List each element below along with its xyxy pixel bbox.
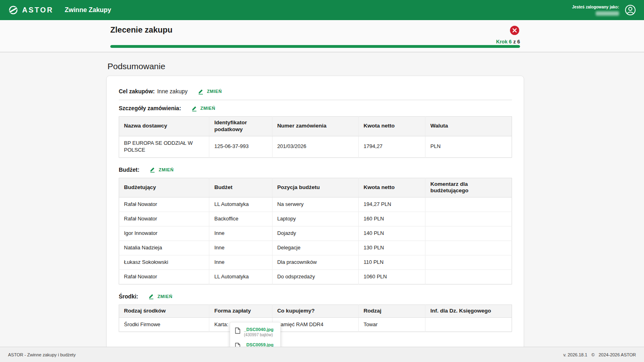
table-cell: 201/03/2026: [272, 136, 359, 157]
table-cell: 1060 PLN: [359, 269, 425, 284]
funds-label: Środki:: [119, 293, 138, 300]
budget-label: Budżet:: [119, 167, 139, 173]
table-cell: [425, 317, 512, 332]
change-button-label: ZMIEŃ: [159, 167, 173, 172]
table-header-row: Nazwa dostawcyIdentyfikator podatkowyNum…: [119, 117, 512, 136]
column-header: Komentarz dla budżetującego: [425, 178, 512, 197]
table-cell: Igor Innowator: [119, 226, 209, 241]
change-purchase-goal-button[interactable]: ZMIEŃ: [198, 88, 222, 95]
table-cell: Towar: [359, 317, 425, 332]
table-cell: 1794,27: [359, 136, 425, 157]
table-cell: Pamięć RAM DDR4: [272, 317, 359, 332]
column-header: Kwota netto: [359, 117, 425, 136]
table-cell: LL Automatyka: [209, 197, 272, 212]
footer-app-name: ASTOR - Zwinne zakupy i budżety: [8, 352, 76, 357]
table-cell: Delegacje: [272, 241, 359, 255]
table-cell: Inne: [209, 241, 272, 255]
change-order-details-button[interactable]: ZMIEŃ: [192, 105, 215, 111]
table-row: Środki FirmoweKarta: Innowator...Pamięć …: [119, 317, 512, 332]
wizard-progress-fill: [110, 45, 520, 48]
table-cell: Rafał Nowator: [119, 212, 209, 226]
column-header: Pozycja budżetu: [272, 178, 359, 197]
app-title: Zwinne Zakupy: [65, 6, 111, 14]
order-details-label: Szczegóły zamówienia:: [119, 105, 181, 111]
table-cell: PLN: [425, 136, 512, 157]
column-header: Forma zapłaty: [209, 304, 272, 317]
wizard-bar: Zlecenie zakupu Krok 6z 6: [0, 20, 644, 52]
column-header: Nazwa dostawcy: [119, 117, 209, 136]
table-header-row: BudżetującyBudżetPozycja budżetuKwota ne…: [119, 178, 512, 197]
logged-in-username-blurred: [596, 11, 619, 16]
section-budget: Budżet: ZMIEŃ: [119, 167, 512, 173]
table-cell: 130 PLN: [359, 241, 425, 255]
summary-card: Cel zakupów: Inne zakupy ZMIEŃ Szczegóły…: [106, 76, 524, 362]
app-header: ASTOR Zwinne Zakupy Jesteś zalogowany ja…: [0, 0, 644, 20]
table-cell: Dojazdy: [272, 226, 359, 241]
close-button[interactable]: [510, 26, 519, 35]
pencil-icon: [192, 105, 197, 111]
copyright-icon: ©: [591, 352, 594, 357]
pencil-icon: [198, 88, 204, 95]
step-indicator: Krok 6z 6: [110, 39, 520, 45]
step-of: z 6: [513, 39, 520, 45]
table-cell: [425, 241, 512, 255]
change-funds-button[interactable]: ZMIEŃ: [149, 293, 172, 299]
x-icon: [512, 28, 517, 33]
section-purchase-goal: Cel zakupów: Inne zakupy ZMIEŃ: [119, 88, 512, 95]
table-cell: Laptopy: [272, 212, 359, 226]
wizard-title: Zlecenie zakupu: [110, 25, 173, 35]
table-row: Łukasz SokołowskiInneDla pracowników110 …: [119, 255, 512, 269]
table-cell: 140 PLN: [359, 226, 425, 241]
app-footer: ASTOR - Zwinne zakupy i budżety v. 2026.…: [0, 347, 644, 362]
column-header: Budżet: [209, 178, 272, 197]
table-cell: Natalia Nadzieja: [119, 241, 209, 255]
table-row: Rafał NowatorLL AutomatykaNa serwery194,…: [119, 197, 512, 212]
file-item: _DSC0040.jpg(430997 bajtów): [230, 324, 280, 339]
table-cell: Dla pracowników: [272, 255, 359, 269]
column-header: Co kupujemy?: [272, 304, 359, 317]
table-cell: [425, 255, 512, 269]
column-header: Rodzaj: [359, 304, 425, 317]
table-cell: BP EUROPA SE ODDZIAŁ W POLSCE: [119, 136, 209, 157]
funds-table: Rodzaj środkówForma zapłatyCo kupujemy?R…: [119, 304, 512, 332]
table-cell: [425, 269, 512, 284]
brand-logo[interactable]: ASTOR: [8, 5, 54, 15]
table-cell: 160 PLN: [359, 212, 425, 226]
file-size: (430997 bajtów): [244, 333, 273, 337]
column-header: Inf. dla Dz. Księgowego: [425, 304, 512, 317]
table-cell: 110 PLN: [359, 255, 425, 269]
section-order-details: Szczegóły zamówienia: ZMIEŃ: [119, 105, 512, 111]
table-cell: LL Automatyka: [209, 269, 272, 284]
table-cell: Środki Firmowe: [119, 317, 209, 332]
table-cell: Inne: [209, 255, 272, 269]
table-cell: [425, 226, 512, 241]
wizard-progress-bar: [110, 45, 520, 48]
user-menu-button[interactable]: [625, 4, 636, 16]
logged-in-label: Jesteś zalogowany jako:: [572, 5, 619, 9]
table-row: Rafał NowatorLL AutomatykaDo odsprzedaży…: [119, 269, 512, 284]
column-header: Budżetujący: [119, 178, 209, 197]
table-row: Natalia NadziejaInneDelegacje130 PLN: [119, 241, 512, 255]
section-divider: [119, 100, 512, 100]
table-header-row: Rodzaj środkówForma zapłatyCo kupujemy?R…: [119, 304, 512, 317]
table-cell: [425, 197, 512, 212]
footer-version: v. 2026.18.1: [563, 352, 587, 357]
table-cell: [425, 212, 512, 226]
brand-name: ASTOR: [22, 6, 54, 14]
purchase-goal-value: Inne zakupy: [157, 88, 188, 95]
table-row: Igor InnowatorInneDojazdy140 PLN: [119, 226, 512, 241]
budget-table: BudżetującyBudżetPozycja budżetuKwota ne…: [119, 178, 512, 284]
change-button-label: ZMIEŃ: [200, 106, 215, 111]
main-content: Podsumowanie Cel zakupów: Inne zakupy ZM…: [0, 53, 644, 362]
purchase-goal-label: Cel zakupów:: [119, 88, 155, 95]
change-button-label: ZMIEŃ: [157, 294, 172, 299]
table-cell: Łukasz Sokołowski: [119, 255, 209, 269]
login-info: Jesteś zalogowany jako:: [572, 5, 619, 16]
change-budget-button[interactable]: ZMIEŃ: [150, 167, 173, 173]
pencil-icon: [150, 167, 155, 173]
column-header: Waluta: [425, 117, 512, 136]
column-header: Numer zamówienia: [272, 117, 359, 136]
table-cell: Inne: [209, 226, 272, 241]
section-funds: Środki: ZMIEŃ: [119, 293, 512, 300]
file-link[interactable]: _DSC0040.jpg: [244, 327, 273, 332]
